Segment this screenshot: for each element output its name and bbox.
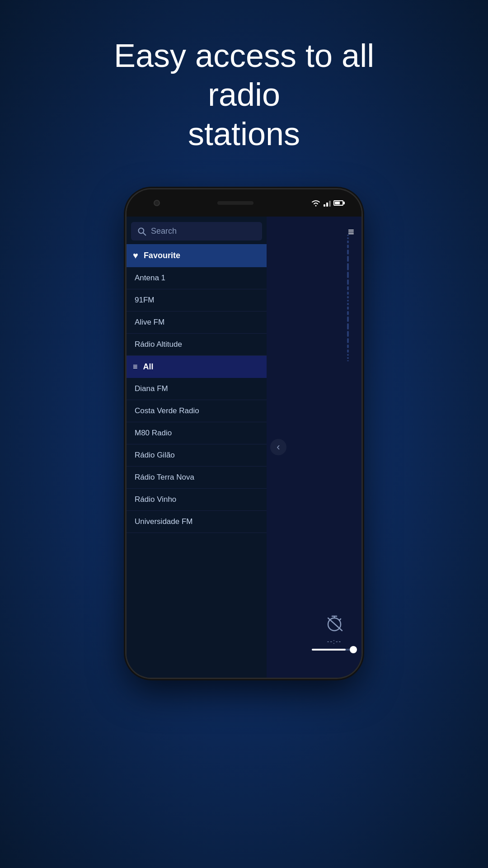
- wave-bar: [347, 235, 349, 236]
- chevron-left-icon: ‹: [277, 441, 280, 453]
- wave-bar: [347, 349, 349, 353]
- waveform: [334, 235, 361, 361]
- svg-line-6: [339, 619, 341, 620]
- headline-line2: stations: [188, 116, 300, 152]
- wave-bar: [347, 296, 349, 298]
- wave-bar: [347, 263, 349, 270]
- battery-icon: [333, 200, 343, 206]
- svg-point-0: [315, 205, 317, 207]
- wave-bar: [347, 316, 349, 322]
- status-icons: [311, 199, 343, 207]
- wave-bar: [347, 300, 349, 302]
- wave-bar: [347, 279, 349, 285]
- wave-bar: [347, 354, 349, 356]
- all-label: All: [143, 362, 154, 372]
- wave-bar: [347, 292, 349, 295]
- phone-top-bar: [127, 189, 361, 217]
- station-item-dianafm[interactable]: Diana FM: [127, 378, 267, 400]
- wave-bar: [347, 338, 349, 343]
- wave-bar: [347, 250, 349, 255]
- headline: Easy access to all radio stations: [86, 36, 402, 153]
- phone-camera: [154, 200, 160, 206]
- search-placeholder: Search: [151, 226, 177, 236]
- wave-bar: [347, 241, 349, 244]
- wave-bar: [347, 311, 349, 315]
- station-item-alivefm[interactable]: Alive FM: [127, 311, 267, 334]
- all-section-header[interactable]: ≡ All: [127, 356, 267, 378]
- wave-bar: [347, 286, 349, 290]
- volume-fill: [312, 649, 346, 651]
- no-timer-icon: [323, 612, 346, 634]
- signal-icon: [324, 199, 331, 207]
- station-item-91fm[interactable]: 91FM: [127, 289, 267, 311]
- station-item-m80[interactable]: M80 Radio: [127, 422, 267, 444]
- right-panel: ≡ ‹ -: [267, 217, 361, 678]
- menu-lines-icon: ≡: [133, 362, 138, 372]
- station-item-universidade[interactable]: Universidade FM: [127, 511, 267, 533]
- favourite-section-header[interactable]: ♥ Favourite: [127, 244, 267, 267]
- phone-screen: Search ♥ Favourite Antena 1 91FM Alive F…: [127, 217, 361, 678]
- favourite-label: Favourite: [144, 251, 180, 260]
- station-item-gilao[interactable]: Rádio Gilão: [127, 444, 267, 467]
- wave-bar: [347, 360, 349, 361]
- headline-line1: Easy access to all radio: [114, 38, 374, 113]
- collapse-button[interactable]: ‹: [270, 439, 286, 455]
- timer-dashes: --:--: [327, 638, 342, 645]
- left-panel: Search ♥ Favourite Antena 1 91FM Alive F…: [127, 217, 267, 678]
- right-bottom-controls: --:--: [312, 612, 357, 651]
- wave-bar: [347, 237, 349, 239]
- wave-bar: [347, 256, 349, 262]
- station-item-vinho[interactable]: Rádio Vinho: [127, 489, 267, 511]
- phone-speaker: [217, 201, 253, 205]
- wave-bar: [347, 331, 349, 337]
- station-item-costaverde[interactable]: Costa Verde Radio: [127, 400, 267, 422]
- wave-bar: [347, 357, 349, 359]
- wave-bar: [347, 323, 349, 330]
- search-bar[interactable]: Search: [131, 222, 262, 241]
- svg-line-2: [143, 233, 145, 235]
- station-item-terranova[interactable]: Rádio Terra Nova: [127, 467, 267, 489]
- wave-bar: [347, 307, 349, 310]
- wifi-icon: [311, 199, 321, 207]
- wave-bar: [347, 344, 349, 348]
- wave-bar: [347, 303, 349, 305]
- wave-bar: [347, 245, 349, 248]
- volume-slider[interactable]: [312, 649, 357, 651]
- volume-knob: [350, 646, 357, 653]
- heart-icon: ♥: [133, 250, 138, 261]
- phone-frame: Search ♥ Favourite Antena 1 91FM Alive F…: [127, 189, 361, 678]
- search-icon: [137, 227, 146, 236]
- station-item-antena1[interactable]: Antena 1: [127, 267, 267, 289]
- station-item-altitude[interactable]: Rádio Altitude: [127, 334, 267, 356]
- wave-bar: [347, 272, 349, 278]
